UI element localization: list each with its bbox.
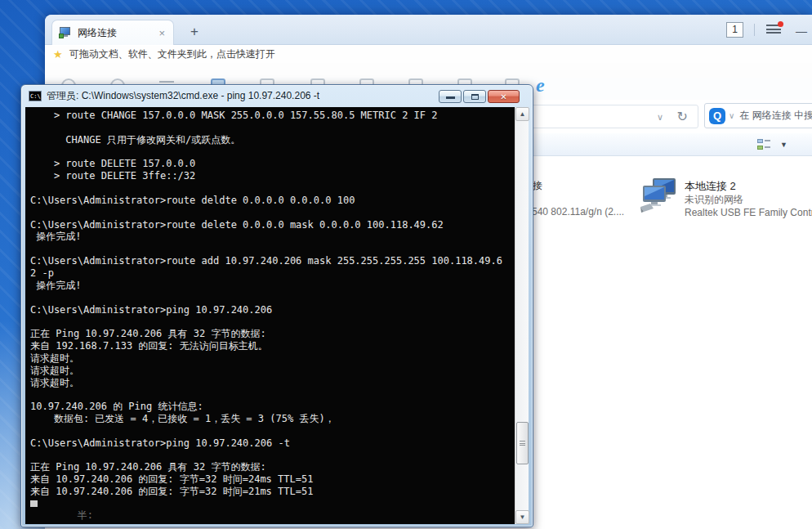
network-connections-icon (59, 26, 72, 39)
tab-strip: 网络连接 × + 1 — (45, 15, 812, 45)
tab-count-box[interactable]: 1 (726, 22, 743, 38)
refresh-icon[interactable]: ↻ (677, 109, 688, 124)
new-tab-button[interactable]: + (184, 21, 205, 43)
cmd-icon: C:\ (29, 91, 42, 101)
adapter-name-fragment[interactable]: 接 (533, 179, 542, 193)
console-text: > route CHANGE 157.0.0.0 MASK 255.0.0.0 … (25, 107, 516, 498)
tab-close-icon[interactable]: × (157, 27, 167, 39)
menu-icon[interactable] (766, 25, 781, 35)
quick-bar-label: 可拖动文档、软件、文件夹到此，点击快速打开 (69, 47, 275, 61)
adapter-device: Realtek USB FE Family Contro (685, 207, 812, 218)
chevron-down-icon[interactable]: ∨ (657, 112, 663, 123)
console-ghost-line: 半: (30, 509, 93, 522)
scroll-thumb[interactable] (516, 422, 529, 464)
browser-minimize-button[interactable]: — (796, 25, 807, 38)
search-box[interactable]: Q ∨ 在 网络连接 中搜索 (704, 103, 812, 128)
divider (754, 24, 755, 36)
console-cursor (30, 500, 38, 507)
star-icon: ★ (53, 48, 63, 61)
tab-title: 网络连接 (78, 26, 157, 40)
cmd-close-button[interactable]: ✕ (488, 90, 520, 103)
cmd-window-title: 管理员: C:\Windows\system32\cmd.exe - ping … (47, 89, 319, 103)
search-placeholder: 在 网络连接 中搜索 (739, 109, 812, 123)
scroll-down-arrow[interactable]: ▼ (515, 510, 529, 524)
cmd-maximize-button[interactable] (463, 90, 486, 103)
change-view-icon[interactable] (757, 139, 770, 150)
search-engine-icon[interactable]: Q (709, 108, 725, 124)
console-output[interactable]: > route CHANGE 157.0.0.0 MASK 255.0.0.0 … (25, 107, 516, 524)
tab-network-connections[interactable]: 网络连接 × (51, 20, 174, 45)
console-scrollbar[interactable]: ▲ ▼ (515, 107, 529, 524)
cmd-minimize-button[interactable] (439, 90, 462, 103)
notification-dot (778, 21, 783, 27)
adapter-name[interactable]: 本地连接 2 (685, 179, 736, 194)
cmd-titlebar[interactable]: C:\ 管理员: C:\Windows\system32\cmd.exe - p… (21, 85, 533, 107)
network-adapter-icon (640, 177, 677, 215)
chevron-down-icon[interactable]: ∨ (729, 111, 734, 120)
quick-launch-bar[interactable]: ★ 可拖动文档、软件、文件夹到此，点击快速打开 (45, 46, 812, 63)
cmd-window: C:\ 管理员: C:\Windows\system32\cmd.exe - p… (20, 84, 533, 527)
chrome-strip (45, 63, 812, 78)
adapter-status: 未识别的网络 (685, 193, 743, 207)
adapter-device-fragment: 540 802.11a/g/n (2.... (532, 206, 624, 217)
ie-icon[interactable]: e (536, 74, 545, 96)
scroll-up-arrow[interactable]: ▲ (515, 107, 529, 121)
chevron-down-icon[interactable]: ▼ (780, 141, 787, 149)
